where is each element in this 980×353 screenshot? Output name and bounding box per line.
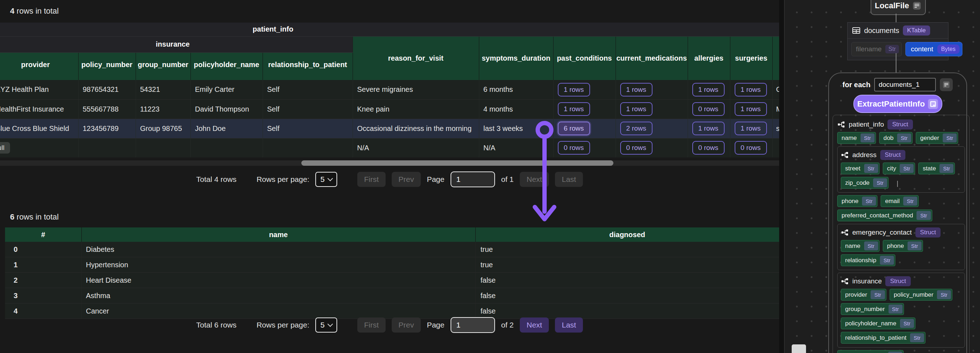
- schema-field-preferred-contact-method[interactable]: preferred_contact_methodStr: [837, 210, 932, 221]
- horizontal-scrollbar[interactable]: [0, 161, 779, 166]
- schema-field-state[interactable]: stateStr: [918, 162, 955, 174]
- col-header-current-medications: current_medications: [616, 36, 688, 80]
- schema-field-group-number[interactable]: group_numberStr: [841, 303, 904, 315]
- field-chip-filename[interactable]: filenameStr: [851, 42, 902, 56]
- struct-badge: Struct: [880, 150, 905, 160]
- type-badge: Str: [864, 242, 878, 250]
- schema-field-email[interactable]: emailStr: [881, 195, 919, 207]
- table2-row-count: 6: [10, 212, 14, 221]
- prev-page-button[interactable]: Prev: [392, 172, 421, 187]
- note-icon: [942, 81, 950, 89]
- expand-current-medications-button[interactable]: 1 rows: [620, 102, 652, 116]
- table-row[interactable]: XYZ Health Plan98765432154321Emily Carte…: [0, 80, 779, 99]
- type-badge: Str: [889, 305, 902, 313]
- last-page-button[interactable]: Last: [555, 318, 583, 332]
- col-header-allergies: allergies: [688, 36, 730, 80]
- table-row[interactable]: HealthFirst Insurance55566778811223David…: [0, 99, 779, 119]
- scrollbar-thumb[interactable]: [301, 161, 613, 166]
- type-badge: Str: [900, 164, 914, 173]
- page-number-input[interactable]: 1: [450, 172, 495, 187]
- connector-line: [896, 14, 896, 22]
- foreach-label: for each: [843, 81, 870, 89]
- table-row[interactable]: Blue Cross Blue Shield123456789Group 987…: [0, 119, 779, 138]
- extract-patient-info-button[interactable]: ExtractPatientInfo: [853, 95, 942, 113]
- schema-root-label: patient_info: [849, 121, 884, 129]
- expand-surgeries-button[interactable]: 0 rows: [735, 141, 767, 154]
- last-page-button[interactable]: Last: [555, 172, 583, 187]
- expand-allergies-button[interactable]: 1 rows: [692, 122, 725, 135]
- schema-field-policy-number[interactable]: policy_numberStr: [889, 289, 953, 301]
- group-header-insurance: insurance: [0, 36, 353, 52]
- schema-field-phone[interactable]: phoneStr: [883, 240, 923, 252]
- type-badge: Str: [870, 290, 885, 299]
- type-badge: Str: [908, 242, 921, 250]
- rows-per-page-select[interactable]: 5: [315, 318, 337, 332]
- chevron-down-icon: [328, 176, 333, 181]
- next-page-button[interactable]: Next: [520, 172, 549, 187]
- prev-page-button[interactable]: Prev: [392, 318, 421, 332]
- type-badge: Str: [897, 134, 911, 142]
- expand-allergies-button[interactable]: 1 rows: [692, 83, 725, 97]
- expand-past-conditions-button[interactable]: 1 rows: [558, 83, 590, 97]
- group-header-patient-info: patient_info: [0, 22, 553, 36]
- schema-field-gender[interactable]: genderStr: [916, 132, 958, 144]
- schema-field-row: relationship_to_patientStr: [841, 332, 961, 343]
- schema-field-provider[interactable]: providerStr: [841, 289, 886, 301]
- expand-allergies-button[interactable]: 0 rows: [692, 102, 725, 116]
- table-row[interactable]: 3Asthmafalse: [5, 288, 779, 304]
- note-icon: [928, 99, 938, 109]
- expand-past-conditions-button[interactable]: 6 rows: [558, 122, 590, 135]
- schema-field-policyholder-name[interactable]: policyholder_nameStr: [841, 318, 915, 329]
- table-row[interactable]: nullN/AN/A0 rows0 rows0 rows0 rowsnull: [0, 138, 779, 157]
- schema-field-relationship[interactable]: relationshipStr: [841, 254, 895, 266]
- expand-past-conditions-button[interactable]: 0 rows: [558, 141, 590, 154]
- struct-icon: [841, 229, 849, 236]
- first-page-button[interactable]: First: [357, 172, 386, 187]
- type-badge: Str: [903, 197, 917, 205]
- expand-surgeries-button[interactable]: 1 rows: [735, 102, 767, 116]
- col-header-reason-for-visit: reason_for_visit: [353, 36, 479, 80]
- expand-current-medications-button[interactable]: 0 rows: [620, 141, 652, 154]
- panel-divider[interactable]: [779, 0, 784, 353]
- first-page-button[interactable]: First: [357, 318, 386, 332]
- type-badge: Str: [864, 164, 878, 173]
- schema-field-name[interactable]: nameStr: [841, 240, 880, 252]
- page-of-label: of 1: [501, 175, 514, 184]
- type-badge: Str: [885, 45, 899, 54]
- note-icon-button[interactable]: [940, 78, 953, 91]
- table-row[interactable]: 4Cancerfalse: [5, 304, 779, 319]
- schema-field-street[interactable]: streetStr: [841, 162, 880, 174]
- documents-node[interactable]: documents KTable filenameStr contentByte…: [847, 22, 948, 60]
- expand-surgeries-button[interactable]: 1 rows: [735, 83, 767, 97]
- page-number-input[interactable]: 1: [450, 317, 495, 333]
- schema-field-dob[interactable]: dobStr: [879, 132, 913, 144]
- localfile-node[interactable]: LocalFile: [870, 0, 926, 15]
- expand-current-medications-button[interactable]: 2 rows: [620, 122, 652, 135]
- struct-icon: [841, 277, 849, 285]
- table1-title: 4 rows in total: [10, 6, 59, 16]
- schema-field-zip-code[interactable]: zip_codeStr: [841, 177, 889, 189]
- page-label: Page: [427, 175, 444, 184]
- table-row[interactable]: 0Diabetestrue: [5, 242, 779, 257]
- schema-field-row: providerStrpolicy_numberStr: [841, 289, 961, 301]
- schema-field-reason-for-visit[interactable]: reason_for_visitStr: [837, 350, 904, 353]
- schema-field-name[interactable]: nameStr: [837, 132, 876, 144]
- expand-current-medications-button[interactable]: 1 rows: [620, 83, 652, 97]
- schema-field-city[interactable]: cityStr: [883, 162, 915, 174]
- schema-field-phone[interactable]: phoneStr: [837, 195, 877, 207]
- expand-surgeries-button[interactable]: 1 rows: [735, 122, 767, 135]
- table-row[interactable]: 1Hypertensiontrue: [5, 257, 779, 273]
- schema-field-relationship-to-patient[interactable]: relationship_to_patientStr: [841, 332, 926, 343]
- next-page-button[interactable]: Next: [520, 318, 549, 332]
- page-of-label: of 2: [501, 321, 514, 329]
- schema-struct-emergency-contact: emergency_contactStructnameStrphoneStrre…: [837, 224, 965, 270]
- expand-past-conditions-button[interactable]: 1 rows: [558, 102, 590, 116]
- past-conditions-table: # name diagnosed 0Diabetestrue1Hypertens…: [5, 227, 779, 319]
- foreach-source-input[interactable]: documents_1: [874, 78, 936, 91]
- rows-per-page-select[interactable]: 5: [315, 172, 337, 187]
- chevron-down-icon: [328, 321, 333, 327]
- table-row[interactable]: 2Heart Diseasefalse: [5, 273, 779, 288]
- field-chip-content[interactable]: contentBytes: [905, 42, 962, 56]
- expand-allergies-button[interactable]: 0 rows: [692, 141, 725, 154]
- schema-field-row: relationshipStr: [841, 254, 961, 266]
